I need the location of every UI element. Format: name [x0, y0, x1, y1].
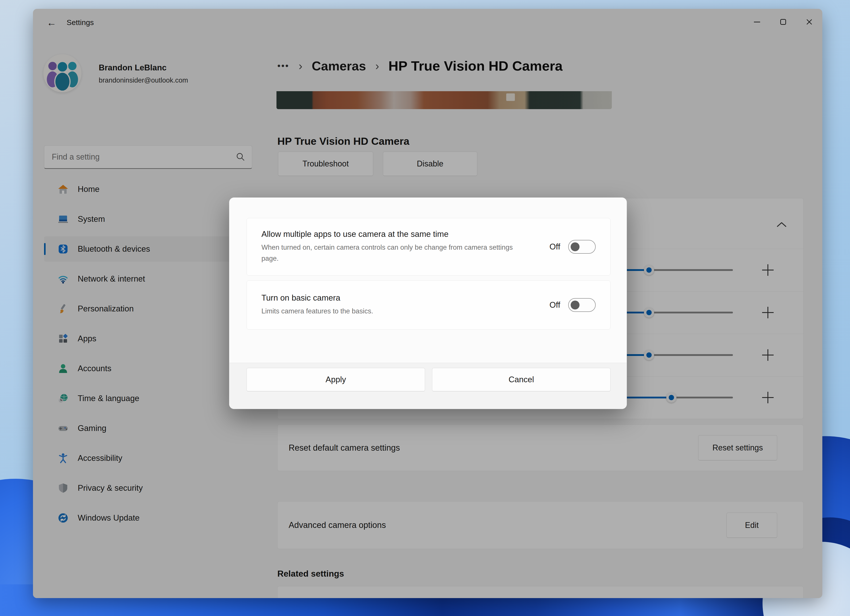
option-title: Allow multiple apps to use camera at the…: [262, 230, 540, 239]
multi-app-option-card: Allow multiple apps to use camera at the…: [247, 218, 611, 275]
option-text: Allow multiple apps to use camera at the…: [262, 230, 549, 264]
advanced-camera-options-dialog: Allow multiple apps to use camera at the…: [229, 197, 627, 409]
dialog-footer: Apply Cancel: [229, 363, 627, 409]
toggle-knob: [571, 301, 579, 309]
option-description: Limits camera features to the basics.: [262, 306, 522, 317]
toggle-state-label: Off: [549, 242, 560, 251]
option-text: Turn on basic camera Limits camera featu…: [262, 293, 549, 317]
basic-camera-toggle[interactable]: [568, 298, 596, 312]
option-description: When turned on, certain camera controls …: [262, 242, 522, 264]
toggle-state-label: Off: [549, 301, 560, 309]
toggle-knob: [571, 242, 579, 251]
apply-button[interactable]: Apply: [247, 368, 425, 391]
cancel-button[interactable]: Cancel: [432, 368, 611, 391]
option-title: Turn on basic camera: [262, 293, 540, 303]
basic-camera-option-card: Turn on basic camera Limits camera featu…: [247, 280, 611, 330]
multi-app-toggle[interactable]: [568, 240, 596, 254]
